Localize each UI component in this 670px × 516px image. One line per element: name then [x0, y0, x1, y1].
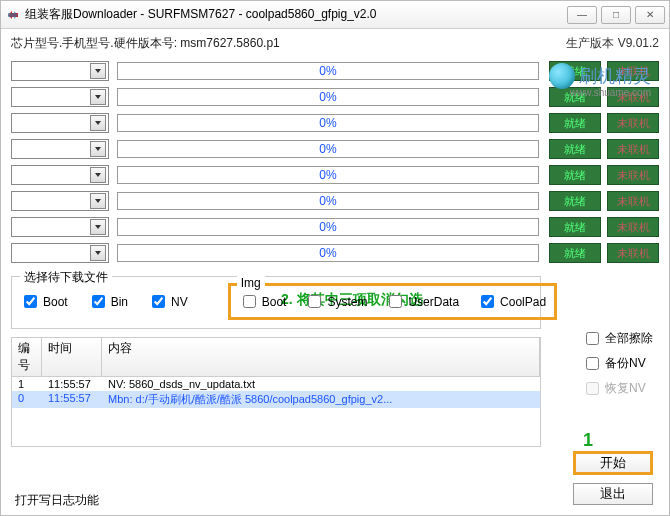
start-button[interactable]: 开始	[573, 451, 653, 475]
chevron-down-icon[interactable]	[90, 141, 106, 157]
port-combo[interactable]	[11, 243, 109, 263]
status-connection: 未联机	[607, 113, 659, 133]
status-ready: 就绪	[549, 217, 601, 237]
device-row: 0%就绪未联机	[11, 136, 659, 162]
device-row: 0%就绪未联机	[11, 240, 659, 266]
checkbox-bin[interactable]: Bin	[88, 292, 128, 311]
chevron-down-icon[interactable]	[90, 89, 106, 105]
status-connection: 未联机	[607, 243, 659, 263]
log-list[interactable]: 编号 时间 内容 111:55:57NV: 5860_dsds_nv_updat…	[11, 337, 541, 447]
progress-value: 0%	[319, 64, 336, 78]
progress-bar: 0%	[117, 140, 539, 158]
window-title: 组装客服Downloader - SURFMSM7627 - coolpad58…	[25, 6, 567, 23]
progress-bar: 0%	[117, 62, 539, 80]
app-icon	[5, 7, 21, 23]
checkbox-nv[interactable]: NV	[148, 292, 188, 311]
progress-bar: 0%	[117, 88, 539, 106]
footer-text: 打开写日志功能	[15, 492, 99, 509]
chip-info: 芯片型号.手机型号.硬件版本号: msm7627.5860.p1	[11, 35, 280, 52]
brand-text: 刷机精灵	[579, 64, 651, 88]
port-combo[interactable]	[11, 191, 109, 211]
app-window: 组装客服Downloader - SURFMSM7627 - coolpad58…	[0, 0, 670, 516]
status-ready: 就绪	[549, 165, 601, 185]
annotation-step1: 1	[583, 430, 593, 451]
log-header-num: 编号	[12, 338, 42, 376]
file-group: 选择待下载文件 Boot Bin NV Img Boot System User…	[11, 276, 541, 329]
checkbox-img-system[interactable]: System	[304, 292, 367, 311]
chevron-down-icon[interactable]	[90, 115, 106, 131]
maximize-button[interactable]: □	[601, 6, 631, 24]
progress-value: 0%	[319, 246, 336, 260]
progress-bar: 0%	[117, 218, 539, 236]
checkbox-backup-nv[interactable]: 备份NV	[582, 354, 653, 373]
chevron-down-icon[interactable]	[90, 193, 106, 209]
img-group-highlight: Img Boot System UserData CoolPad	[228, 283, 557, 320]
checkbox-restore-nv[interactable]: 恢复NV	[582, 379, 653, 398]
brand-icon	[549, 63, 575, 89]
version-info: 生产版本 V9.01.2	[566, 35, 659, 52]
checkbox-img-boot[interactable]: Boot	[239, 292, 287, 311]
status-ready: 就绪	[549, 191, 601, 211]
brand-url: www.shuame.com	[570, 87, 651, 98]
progress-value: 0%	[319, 194, 336, 208]
checkbox-img-userdata[interactable]: UserData	[385, 292, 459, 311]
progress-value: 0%	[319, 220, 336, 234]
status-ready: 就绪	[549, 139, 601, 159]
progress-value: 0%	[319, 116, 336, 130]
status-ready: 就绪	[549, 243, 601, 263]
img-group-title: Img	[237, 276, 265, 290]
device-row: 0%就绪未联机	[11, 110, 659, 136]
status-connection: 未联机	[607, 191, 659, 211]
status-ready: 就绪	[549, 113, 601, 133]
port-combo[interactable]	[11, 165, 109, 185]
port-combo[interactable]	[11, 87, 109, 107]
exit-button[interactable]: 退出	[573, 483, 653, 505]
chevron-down-icon[interactable]	[90, 245, 106, 261]
progress-bar: 0%	[117, 244, 539, 262]
checkbox-clear-all[interactable]: 全部擦除	[582, 329, 653, 348]
file-group-title: 选择待下载文件	[20, 269, 112, 286]
progress-value: 0%	[319, 142, 336, 156]
device-row: 0%就绪未联机	[11, 214, 659, 240]
log-header-content: 内容	[102, 338, 540, 376]
status-connection: 未联机	[607, 165, 659, 185]
log-header-time: 时间	[42, 338, 102, 376]
checkbox-boot[interactable]: Boot	[20, 292, 68, 311]
progress-bar: 0%	[117, 192, 539, 210]
status-connection: 未联机	[607, 139, 659, 159]
chevron-down-icon[interactable]	[90, 219, 106, 235]
log-row[interactable]: 011:55:57Mbn: d:/手动刷机/酷派/酷派 5860/coolpad…	[12, 391, 540, 408]
port-combo[interactable]	[11, 139, 109, 159]
minimize-button[interactable]: —	[567, 6, 597, 24]
port-combo[interactable]	[11, 217, 109, 237]
device-row: 0%就绪未联机	[11, 188, 659, 214]
progress-bar: 0%	[117, 166, 539, 184]
chevron-down-icon[interactable]	[90, 167, 106, 183]
port-combo[interactable]	[11, 113, 109, 133]
progress-value: 0%	[319, 168, 336, 182]
checkbox-img-coolpad[interactable]: CoolPad	[477, 292, 546, 311]
device-row: 0%就绪未联机	[11, 162, 659, 188]
right-options: 全部擦除 备份NV 恢复NV	[582, 329, 653, 398]
log-row[interactable]: 111:55:57NV: 5860_dsds_nv_updata.txt	[12, 377, 540, 391]
title-bar: 组装客服Downloader - SURFMSM7627 - coolpad58…	[1, 1, 669, 29]
close-button[interactable]: ✕	[635, 6, 665, 24]
status-connection: 未联机	[607, 217, 659, 237]
port-combo[interactable]	[11, 61, 109, 81]
progress-value: 0%	[319, 90, 336, 104]
progress-bar: 0%	[117, 114, 539, 132]
watermark: 刷机精灵	[549, 63, 651, 89]
chevron-down-icon[interactable]	[90, 63, 106, 79]
